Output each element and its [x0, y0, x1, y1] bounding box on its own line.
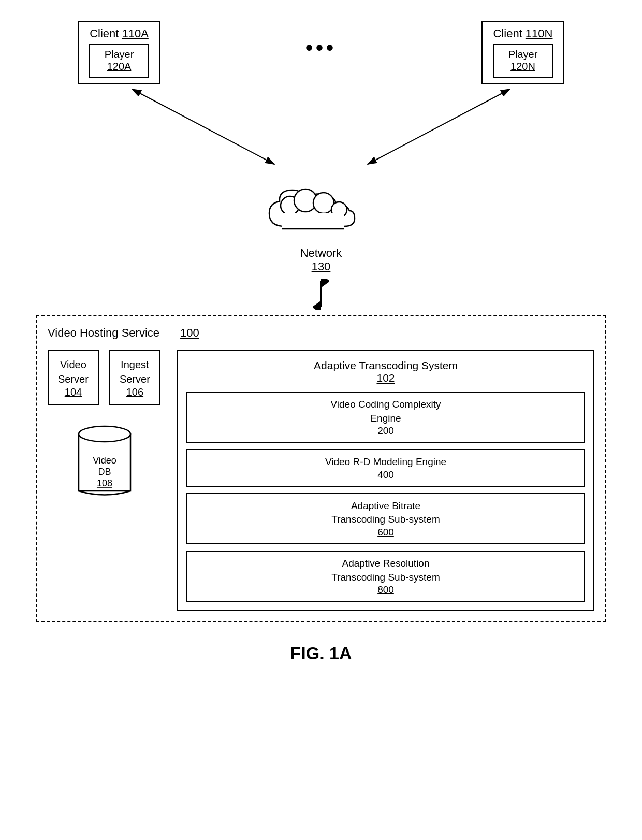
video-server-ref: 104	[58, 386, 89, 398]
abts-box: Adaptive BitrateTranscoding Sub-system 6…	[186, 493, 585, 544]
ats-title-row: Adaptive Transcoding System 102	[186, 359, 585, 384]
figure-label: FIG. 1A	[36, 643, 606, 663]
network-label: Network 130	[300, 247, 342, 273]
vhs-title-row: Video Hosting Service 100	[48, 326, 594, 340]
abts-ref: 600	[195, 527, 577, 538]
vcce-ref: 200	[195, 425, 577, 437]
arts-title: Adaptive ResolutionTranscoding Sub-syste…	[195, 557, 577, 584]
ats-title: Adaptive Transcoding System	[186, 359, 585, 372]
network-cloud-icon	[264, 182, 378, 244]
ats-ref: 102	[186, 372, 585, 384]
client-a-box: Client 110A Player120A	[78, 21, 160, 84]
player-n-ref: 120N	[510, 61, 535, 72]
network-vhs-arrow	[313, 279, 329, 310]
svg-text:DB: DB	[98, 467, 111, 477]
client-n-title: Client 110N	[493, 27, 553, 40]
player-a-ref: 120A	[107, 61, 132, 72]
client-n-ref: 110N	[526, 27, 553, 40]
video-server-title: VideoServer	[58, 357, 89, 386]
player-a-title: Player120A	[100, 49, 138, 73]
vhs-title: Video Hosting Service	[48, 326, 159, 340]
vhs-left-col: VideoServer 104 IngestServer 106	[48, 350, 162, 504]
ingest-server-ref: 106	[120, 386, 150, 398]
vcce-box: Video Coding ComplexityEngine 200	[186, 392, 585, 443]
svg-line-2	[132, 89, 274, 164]
svg-rect-8	[282, 213, 344, 229]
vert-arrow-container	[36, 279, 606, 310]
abts-title: Adaptive BitrateTranscoding Sub-system	[195, 499, 577, 527]
network-cloud-container: Network 130	[264, 182, 378, 273]
ingest-server-title: IngestServer	[120, 357, 150, 386]
ats-box: Adaptive Transcoding System 102 Video Co…	[177, 350, 594, 611]
client-n-box: Client 110N Player120N	[481, 21, 564, 84]
svg-text:108: 108	[97, 478, 112, 488]
vrdme-title: Video R-D Modeling Engine	[195, 455, 577, 469]
video-server-box: VideoServer 104	[48, 350, 99, 405]
vrdme-box: Video R-D Modeling Engine 400	[186, 449, 585, 487]
network-text: Network	[300, 247, 342, 259]
svg-point-16	[79, 426, 130, 442]
arts-ref: 800	[195, 584, 577, 596]
player-a-box: Player120A	[89, 44, 149, 78]
vhs-ref: 100	[180, 326, 199, 340]
vhs-inner: VideoServer 104 IngestServer 106	[48, 350, 594, 611]
ellipsis-dots: •••	[305, 21, 337, 60]
vhs-outer-box: Video Hosting Service 100 VideoServer 10…	[36, 315, 606, 622]
client-a-ref: 110A	[122, 27, 148, 40]
network-ref: 130	[312, 260, 331, 273]
vhs-left-top: VideoServer 104 IngestServer 106	[48, 350, 162, 405]
vcce-title: Video Coding ComplexityEngine	[195, 398, 577, 425]
svg-line-3	[368, 89, 510, 164]
client-network-arrows	[36, 84, 606, 177]
client-a-title: Client 110A	[89, 27, 149, 40]
video-db-container: Video DB 108	[48, 421, 162, 504]
video-db-icon: Video DB 108	[71, 421, 138, 504]
vrdme-ref: 400	[195, 469, 577, 481]
ingest-server-box: IngestServer 106	[109, 350, 160, 405]
network-area: Network 130	[36, 182, 606, 273]
player-n-box: Player120N	[493, 44, 553, 78]
svg-text:Video: Video	[93, 455, 116, 466]
player-n-title: Player120N	[504, 49, 542, 73]
arts-box: Adaptive ResolutionTranscoding Sub-syste…	[186, 551, 585, 602]
